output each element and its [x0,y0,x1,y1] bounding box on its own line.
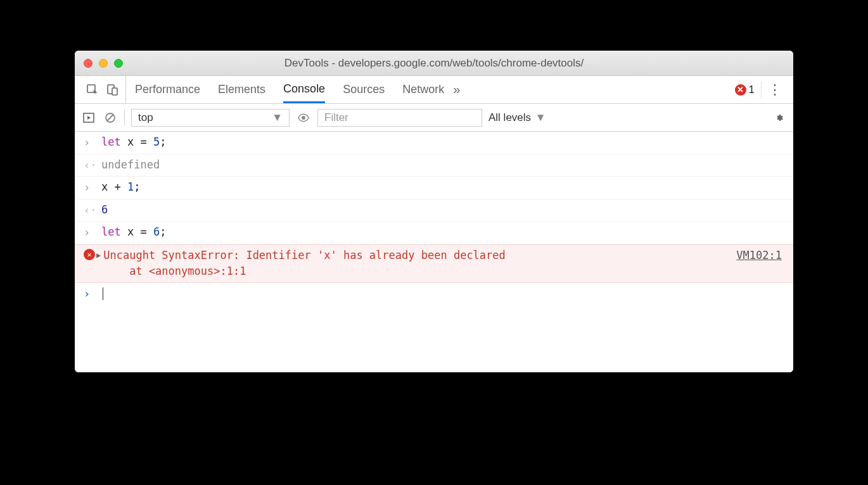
element-picker-icon[interactable] [85,82,100,98]
console-settings-icon[interactable] [772,110,787,125]
tab-elements[interactable]: Elements [218,76,265,103]
console-line-content[interactable]: 6 [101,202,784,218]
minimize-button[interactable] [99,59,108,68]
svg-line-5 [107,115,113,121]
input-chevron-icon: › [84,134,101,151]
log-levels-label: All levels [488,111,531,123]
prompt-chevron-icon: › [84,287,101,300]
console-output-row: ‹·6 [75,199,793,222]
devtools-window: DevTools - developers.google.com/web/too… [75,51,793,372]
output-chevron-icon: ‹· [84,157,101,174]
tab-network[interactable]: Network [402,76,444,103]
maximize-button[interactable] [114,59,123,68]
error-expand-toggle[interactable]: ▶ [96,249,101,261]
tab-console[interactable]: Console [283,76,325,103]
more-options-button[interactable]: ⋮ [761,81,788,99]
execution-context-select[interactable]: top ▼ [131,109,290,127]
console-input-row: ›let x = 6; [75,222,793,244]
divider [124,110,125,126]
input-chevron-icon: › [84,224,101,241]
dropdown-arrow-icon: ▼ [535,111,546,123]
device-toggle-icon[interactable] [105,82,120,98]
error-icon: ✕ [735,84,746,96]
error-source-link[interactable]: VM102:1 [736,248,784,264]
execution-context-label: top [138,111,153,124]
tab-sources[interactable]: Sources [343,76,385,103]
sidebar-toggle-icon[interactable] [81,110,96,125]
console-output-row: ‹·undefined [75,154,793,177]
console-prompt[interactable]: › [75,283,793,304]
console-toolbar: top ▼ All levels ▼ [75,104,793,132]
traffic-lights [84,59,123,68]
tabs-right: ✕ 1 ⋮ [735,81,788,99]
dropdown-arrow-icon: ▼ [272,111,283,124]
error-count-badge[interactable]: ✕ 1 [735,84,755,96]
input-chevron-icon: › [84,179,101,196]
clear-console-icon[interactable] [103,110,118,125]
filter-input[interactable] [317,109,482,127]
console-line-content[interactable]: x + 1; [101,179,784,196]
console-line-content[interactable]: let x = 6; [101,224,784,241]
close-button[interactable] [84,59,93,68]
error-icon: ✕ [84,249,95,260]
live-expression-icon[interactable] [296,110,311,125]
console-error-row: ✕▶Uncaught SyntaxError: Identifier 'x' h… [75,244,793,283]
window-title: DevTools - developers.google.com/web/too… [75,57,793,70]
error-message[interactable]: Uncaught SyntaxError: Identifier 'x' has… [103,248,736,280]
inspect-tools [80,76,126,103]
tab-performance[interactable]: Performance [135,76,200,103]
log-levels-select[interactable]: All levels ▼ [488,111,546,124]
console-body: ›let x = 5;‹·undefined›x + 1;‹·6›let x =… [75,132,793,372]
titlebar: DevTools - developers.google.com/web/too… [75,51,793,76]
svg-rect-2 [112,88,117,95]
console-input-row: ›let x = 5; [75,132,793,154]
console-line-content[interactable]: let x = 5; [101,134,784,151]
console-line-content[interactable]: undefined [101,157,784,173]
tabs-overflow-button[interactable]: » [453,82,460,97]
svg-point-6 [302,116,305,120]
tabs-bar: PerformanceElementsConsoleSourcesNetwork… [75,76,793,104]
console-input-row: ›x + 1; [75,177,793,199]
prompt-cursor [101,287,103,300]
output-chevron-icon: ‹· [84,202,101,219]
error-count: 1 [749,84,755,96]
tabs: PerformanceElementsConsoleSourcesNetwork [135,76,444,103]
